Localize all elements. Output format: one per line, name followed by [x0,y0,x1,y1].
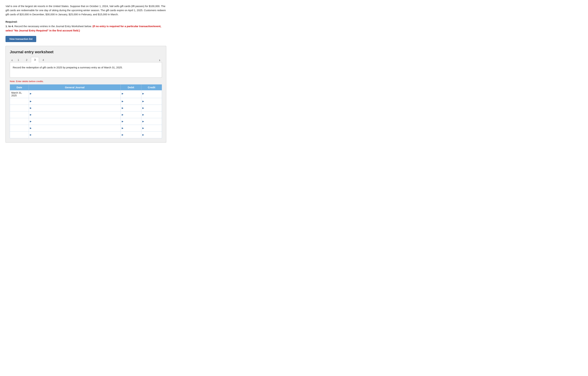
credit-input-2[interactable] [145,105,162,111]
required-section: Required: 1. to 4. Record the necessary … [6,20,166,33]
table-row-date-3 [10,111,29,118]
journal-input-4[interactable] [32,118,121,125]
arrow-icon-credit-5: ▶ [141,127,145,129]
worksheet-title: Journal entry worksheet [10,50,162,54]
table-row-credit-2[interactable]: ▶ [141,105,162,111]
note-text: Note: Enter debits before credits. [10,80,162,83]
journal-input-3[interactable] [32,111,121,118]
credit-input-4[interactable] [145,118,162,125]
tab-2[interactable]: 2 [23,57,31,62]
debit-input-2[interactable] [124,105,141,111]
arrow-icon-debit-4: ▶ [121,120,124,123]
col-header-debit: Debit [121,84,141,90]
arrow-icon-debit-5: ▶ [121,127,124,129]
arrow-icon-credit-0: ▶ [141,92,145,95]
arrow-icon-journal-5: ▶ [29,127,32,129]
table-row-credit-6[interactable]: ▶ [141,131,162,138]
arrow-icon-credit-2: ▶ [141,107,145,109]
intro-body: is one of the largest ski resorts in the… [6,5,166,16]
col-header-journal: General Journal [29,84,121,90]
arrow-icon-journal-4: ▶ [29,120,32,123]
table-row-journal-0[interactable]: ▶ [29,90,121,98]
required-text: Record the necessary entries in the Jour… [14,25,93,28]
table-row-date-5 [10,125,29,131]
journal-input-6[interactable] [32,132,121,138]
table-row-credit-1[interactable]: ▶ [141,98,162,105]
arrow-icon-debit-0: ▶ [121,92,124,95]
table-row-credit-3[interactable]: ▶ [141,111,162,118]
tab-next-button[interactable]: › [157,58,162,62]
worksheet-container: Journal entry worksheet ‹ 1 2 3 4 › Reco… [6,46,166,143]
credit-input-6[interactable] [145,132,162,138]
table-row-debit-0[interactable]: ▶ [121,90,141,98]
table-row-debit-6[interactable]: ▶ [121,131,141,138]
tab-content-box: Record the redemption of gift cards in 2… [10,62,162,78]
table-row-debit-5[interactable]: ▶ [121,125,141,131]
col-header-credit: Credit [141,84,162,90]
table-row-credit-5[interactable]: ▶ [141,125,162,131]
table-row-date-0: March 31, 2025 [10,90,29,98]
journal-table: Date General Journal Debit Credit March … [10,84,162,138]
journal-input-0[interactable] [32,90,121,97]
arrow-icon-journal-3: ▶ [29,113,32,116]
credit-input-3[interactable] [145,111,162,118]
table-row-debit-1[interactable]: ▶ [121,98,141,105]
table-row-date-2 [10,105,29,111]
arrow-icon-debit-1: ▶ [121,100,124,103]
arrow-icon-journal-1: ▶ [29,100,32,103]
required-num: 1. to 4. [6,25,14,28]
arrow-icon-credit-4: ▶ [141,120,145,123]
table-row-journal-6[interactable]: ▶ [29,131,121,138]
table-row-date-6 [10,131,29,138]
credit-input-5[interactable] [145,125,162,131]
table-row-journal-3[interactable]: ▶ [29,111,121,118]
arrow-icon-credit-6: ▶ [141,133,145,136]
arrow-icon-journal-2: ▶ [29,107,32,109]
required-label: Required: [6,20,18,23]
debit-input-5[interactable] [124,125,141,131]
table-row-debit-4[interactable]: ▶ [121,118,141,125]
debit-input-4[interactable] [124,118,141,125]
table-row-credit-4[interactable]: ▶ [141,118,162,125]
col-header-date: Date [10,84,29,90]
table-row-journal-1[interactable]: ▶ [29,98,121,105]
arrow-icon-debit-3: ▶ [121,113,124,116]
intro-paragraph: Vail is one of the largest ski resorts i… [6,4,166,16]
arrow-icon-journal-0: ▶ [29,92,32,95]
table-row-journal-5[interactable]: ▶ [29,125,121,131]
debit-input-6[interactable] [124,132,141,138]
tab-prev-button[interactable]: ‹ [10,58,14,62]
tab-4[interactable]: 4 [39,57,47,62]
arrow-icon-credit-3: ▶ [141,113,145,116]
debit-input-3[interactable] [124,111,141,118]
table-row-credit-0[interactable]: ▶ [141,90,162,98]
view-transaction-button[interactable]: View transaction list [6,36,36,42]
tab-1[interactable]: 1 [14,57,22,62]
table-row-debit-3[interactable]: ▶ [121,111,141,118]
arrow-icon-debit-6: ▶ [121,133,124,136]
table-row-debit-2[interactable]: ▶ [121,105,141,111]
credit-input-0[interactable] [145,90,162,97]
arrow-icon-journal-6: ▶ [29,133,32,136]
credit-input-1[interactable] [145,98,162,105]
table-row-date-4 [10,118,29,125]
tabs-row: ‹ 1 2 3 4 › [10,57,162,62]
table-row-journal-2[interactable]: ▶ [29,105,121,111]
journal-input-5[interactable] [32,125,121,131]
journal-input-1[interactable] [32,98,121,105]
arrow-icon-credit-1: ▶ [141,100,145,103]
journal-input-2[interactable] [32,105,121,111]
tab-3[interactable]: 3 [31,57,39,62]
debit-input-0[interactable] [124,90,141,97]
intro-vail: Vail [6,5,10,8]
table-row-journal-4[interactable]: ▶ [29,118,121,125]
arrow-icon-debit-2: ▶ [121,107,124,109]
table-row-date-1 [10,98,29,105]
debit-input-1[interactable] [124,98,141,105]
